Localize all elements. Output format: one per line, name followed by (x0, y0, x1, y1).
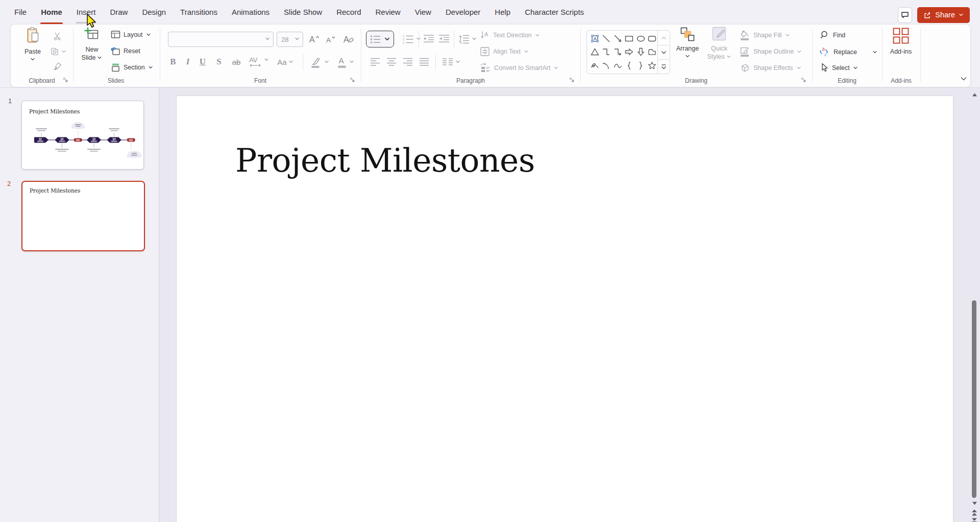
font-dialog-launcher[interactable] (350, 77, 356, 83)
share-button[interactable]: Share (917, 7, 970, 23)
previous-slide-button[interactable] (970, 509, 978, 517)
bullets-button[interactable] (366, 31, 394, 48)
shape-line-arrow[interactable] (612, 32, 624, 45)
shape-fill-button[interactable]: Shape Fill (740, 30, 790, 40)
gallery-more-icon (661, 64, 667, 70)
slide-2-thumbnail[interactable]: Project Milestones (21, 181, 145, 251)
shape-line[interactable] (601, 32, 612, 45)
shape-elbow-arrow-connector[interactable] (612, 45, 624, 59)
bold-button[interactable]: B (167, 54, 179, 69)
layout-button[interactable]: Layout (111, 30, 151, 39)
underline-button[interactable]: U (197, 54, 209, 69)
align-right-button[interactable] (401, 54, 415, 69)
decrease-font-size-button[interactable]: A (323, 32, 337, 47)
shape-left-brace[interactable] (624, 59, 635, 73)
shape-elbow-connector[interactable] (601, 45, 612, 59)
paste-button[interactable]: Paste (18, 27, 47, 62)
tab-record[interactable]: Record (329, 0, 368, 24)
slide-1-thumbnail[interactable]: Project Milestones Q1 Q2 Q3 (21, 101, 144, 170)
decrease-indent-button[interactable] (422, 31, 436, 47)
align-center-button[interactable] (384, 54, 399, 69)
justify-button[interactable] (417, 54, 431, 69)
replace-button[interactable]: bc Replace (818, 46, 877, 57)
shape-down-arrow[interactable] (635, 45, 647, 59)
tab-design[interactable]: Design (135, 0, 173, 24)
font-name-combobox[interactable] (168, 32, 274, 47)
tab-transitions[interactable]: Transitions (173, 0, 225, 24)
reset-button[interactable]: Reset (111, 46, 140, 56)
shape-right-arrow[interactable] (624, 45, 635, 59)
tab-file[interactable]: File (7, 0, 34, 24)
shape-text-box[interactable]: A (589, 32, 601, 45)
paragraph-dialog-launcher[interactable] (569, 77, 575, 83)
clear-formatting-button[interactable]: A (341, 32, 356, 47)
clipboard-dialog-launcher[interactable] (63, 77, 69, 83)
tab-character-scripts[interactable]: Character Scripts (518, 0, 591, 24)
text-direction-button[interactable]: A Text Direction (480, 30, 540, 40)
arrange-button[interactable]: Arrange (673, 27, 702, 59)
scrollbar-thumb[interactable] (972, 300, 976, 498)
align-text-button[interactable]: Align Text (480, 46, 529, 57)
shape-outline-button[interactable]: Shape Outline (740, 46, 802, 57)
shape-effects-button[interactable]: Shape Effects (740, 63, 801, 73)
shape-curve[interactable] (612, 59, 624, 73)
columns-button[interactable] (439, 54, 463, 69)
change-case-button[interactable]: Aa (274, 54, 297, 69)
drawing-dialog-launcher[interactable] (801, 77, 807, 83)
scroll-up-button[interactable] (970, 91, 978, 98)
text-shadow-button[interactable]: S (213, 54, 225, 69)
increase-font-size-button[interactable]: A (307, 32, 321, 47)
shape-triangle[interactable] (589, 45, 601, 59)
shape-rectangle[interactable] (624, 32, 635, 45)
shape-oval[interactable] (635, 32, 647, 45)
addins-button[interactable]: Add-ins (885, 27, 917, 56)
shape-gallery: A (586, 30, 670, 74)
line-spacing-button[interactable] (456, 31, 479, 47)
italic-button[interactable]: I (182, 54, 193, 69)
tab-insert[interactable]: Insert (69, 0, 103, 24)
strikethrough-button[interactable]: ab (228, 54, 244, 69)
gallery-more-button[interactable] (658, 59, 670, 74)
numbering-button[interactable]: 123 (400, 31, 424, 47)
tab-developer[interactable]: Developer (438, 0, 487, 24)
gallery-scroll-up-button[interactable] (658, 31, 670, 45)
font-size-combobox[interactable]: 28 (277, 32, 303, 47)
slide-canvas[interactable]: Project Milestones (176, 96, 953, 522)
character-spacing-button[interactable]: AV (248, 54, 270, 69)
convert-to-smartart-button[interactable]: Convert to SmartArt (480, 63, 558, 73)
quick-styles-button[interactable]: Quick Styles (704, 27, 734, 61)
timeline-milestone-1 (74, 138, 82, 142)
select-button[interactable]: Select (820, 63, 858, 73)
tab-home[interactable]: Home (34, 0, 69, 24)
cut-button[interactable] (51, 31, 64, 42)
tab-draw[interactable]: Draw (103, 0, 135, 24)
shape-effects-icon (740, 63, 750, 73)
tab-slide-show[interactable]: Slide Show (277, 0, 329, 24)
gallery-scroll-down-button[interactable] (658, 45, 670, 59)
shape-scribble[interactable] (589, 59, 601, 73)
collapse-ribbon-button[interactable] (958, 74, 969, 84)
tab-review[interactable]: Review (369, 0, 408, 24)
find-button[interactable]: Find (820, 30, 845, 40)
copy-button[interactable] (48, 45, 68, 58)
text-highlight-button[interactable] (308, 54, 331, 69)
new-slide-button[interactable]: New Slide (77, 27, 107, 62)
shape-arc[interactable] (601, 59, 612, 73)
format-painter-button[interactable] (51, 60, 64, 73)
shape-star[interactable] (647, 59, 658, 73)
tab-help[interactable]: Help (487, 0, 518, 24)
comments-button[interactable] (898, 7, 912, 23)
next-slide-button[interactable] (970, 518, 978, 522)
align-text-label: Align Text (493, 48, 521, 55)
group-separator (920, 29, 921, 82)
align-left-button[interactable] (368, 54, 382, 69)
tab-animations[interactable]: Animations (225, 0, 277, 24)
scroll-down-button[interactable] (970, 500, 978, 507)
tab-view[interactable]: View (408, 0, 438, 24)
section-button[interactable]: Section (111, 63, 153, 72)
font-color-button[interactable]: A (334, 54, 357, 69)
shape-right-brace[interactable] (635, 59, 647, 73)
shape-snip-corner[interactable] (647, 45, 658, 59)
increase-indent-button[interactable] (437, 31, 451, 47)
shape-rounded-rectangle[interactable] (647, 32, 658, 45)
